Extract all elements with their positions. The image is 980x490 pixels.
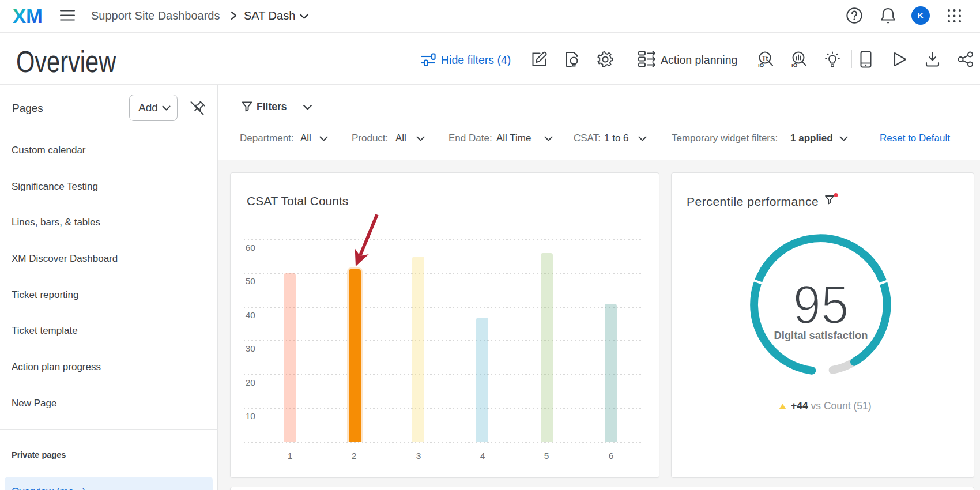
- svg-text:95: 95: [793, 274, 849, 335]
- svg-text:iQ: iQ: [791, 62, 797, 67]
- svg-text:iQ: iQ: [758, 62, 764, 67]
- svg-text:Tt: Tt: [762, 55, 768, 62]
- svg-text:XM: XM: [13, 7, 43, 24]
- svg-text:Digital satisfaction: Digital satisfaction: [774, 330, 868, 341]
